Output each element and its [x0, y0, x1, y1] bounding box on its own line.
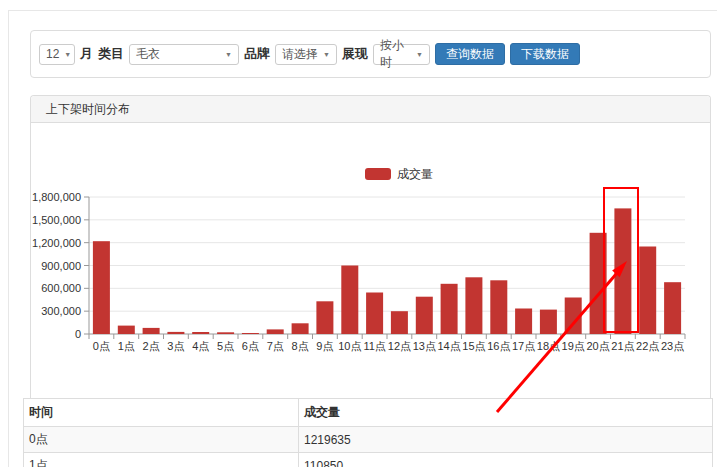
table-row: 0点1219635	[24, 427, 713, 453]
x-axis-label: 19点	[562, 340, 585, 352]
bar-21点[interactable]	[614, 208, 631, 334]
x-axis-label: 5点	[217, 340, 234, 352]
y-axis-label: 600,000	[41, 282, 81, 294]
category-label: 类目	[98, 45, 124, 63]
table-header-time: 时间	[24, 399, 299, 427]
x-axis-label: 12点	[388, 340, 411, 352]
x-axis-label: 6点	[242, 340, 259, 352]
display-mode-select-value: 按小时	[380, 37, 411, 71]
bar-6点[interactable]	[242, 333, 259, 334]
volume-table: 时间 成交量 0点12196351点110850	[23, 398, 713, 467]
bar-23点[interactable]	[664, 282, 681, 334]
month-select[interactable]: 12 ▼	[39, 44, 75, 65]
table-row: 1点110850	[24, 453, 713, 467]
page-left-border	[8, 10, 9, 467]
x-axis-label: 18点	[537, 340, 560, 352]
chevron-down-icon: ▼	[64, 51, 71, 58]
x-axis-label: 10点	[338, 340, 361, 352]
y-axis-label: 300,000	[41, 305, 81, 317]
bar-20点[interactable]	[590, 233, 607, 334]
month-label: 月	[80, 45, 93, 63]
bar-9点[interactable]	[316, 301, 333, 334]
category-select-value: 毛衣	[136, 46, 160, 63]
bar-17点[interactable]	[515, 309, 532, 335]
page-top-border	[8, 10, 717, 11]
x-axis-label: 11点	[363, 340, 385, 352]
bar-3点[interactable]	[167, 332, 184, 334]
x-axis-label: 22点	[636, 340, 659, 352]
brand-select[interactable]: 请选择 ▼	[275, 44, 337, 65]
month-select-value: 12	[46, 47, 59, 61]
display-mode-select[interactable]: 按小时 ▼	[373, 44, 430, 65]
y-axis-label: 0	[75, 328, 81, 340]
x-axis-label: 13点	[413, 340, 436, 352]
bar-11点[interactable]	[366, 293, 383, 335]
bar-13点[interactable]	[416, 297, 433, 334]
table-cell: 110850	[299, 453, 713, 467]
x-axis-label: 17点	[512, 340, 535, 352]
y-axis-label: 900,000	[41, 260, 81, 272]
category-select[interactable]: 毛衣 ▼	[129, 44, 239, 65]
table-header-volume: 成交量	[299, 399, 713, 427]
bar-7点[interactable]	[267, 329, 284, 334]
legend-swatch	[365, 168, 391, 180]
bar-18点[interactable]	[540, 310, 557, 334]
bar-16点[interactable]	[490, 280, 507, 334]
x-axis-label: 4点	[192, 340, 209, 352]
bar-4点[interactable]	[192, 332, 209, 334]
y-axis-label: 1,800,000	[32, 191, 81, 203]
table-cell: 0点	[24, 427, 299, 453]
bar-12点[interactable]	[391, 311, 408, 334]
table-header-row: 时间 成交量	[24, 399, 713, 427]
bar-1点[interactable]	[118, 326, 135, 334]
x-axis-label: 0点	[93, 340, 110, 352]
chevron-down-icon: ▼	[225, 51, 232, 58]
bar-chart[interactable]: 0300,000600,000900,0001,200,0001,500,000…	[31, 122, 710, 399]
table-cell: 1点	[24, 453, 299, 467]
bar-14点[interactable]	[441, 284, 458, 334]
x-axis-label: 21点	[611, 340, 634, 352]
bar-19点[interactable]	[565, 298, 582, 335]
x-axis-label: 14点	[437, 340, 460, 352]
x-axis-label: 1点	[118, 340, 135, 352]
download-data-button[interactable]: 下载数据	[510, 43, 580, 65]
panel-title: 上下架时间分布	[31, 96, 710, 123]
bar-0点[interactable]	[93, 241, 110, 334]
bar-2点[interactable]	[143, 328, 160, 334]
brand-label: 品牌	[244, 45, 270, 63]
brand-select-value: 请选择	[282, 46, 318, 63]
y-axis-label: 1,500,000	[32, 214, 81, 226]
x-axis-label: 20点	[586, 340, 609, 352]
chevron-down-icon: ▼	[416, 51, 423, 58]
table-cell: 1219635	[299, 427, 713, 453]
legend-label: 成交量	[397, 167, 433, 181]
x-axis-label: 23点	[661, 340, 684, 352]
x-axis-label: 8点	[292, 340, 309, 352]
x-axis-label: 7点	[267, 340, 284, 352]
x-axis-label: 2点	[143, 340, 160, 352]
filter-toolbar-panel: 12 ▼ 月 类目 毛衣 ▼ 品牌 请选择 ▼ 展现 按小时 ▼ 查询数据 下载…	[30, 30, 711, 78]
x-axis-label: 9点	[316, 340, 333, 352]
chevron-down-icon: ▼	[323, 51, 330, 58]
legend-item[interactable]: 成交量	[365, 167, 433, 181]
page: { "toolbar": { "month_select": { "value"…	[0, 0, 717, 467]
bar-15点[interactable]	[465, 277, 482, 334]
y-axis-label: 1,200,000	[32, 237, 81, 249]
bar-22点[interactable]	[639, 247, 656, 335]
display-label: 展现	[342, 45, 368, 63]
bar-10点[interactable]	[341, 266, 358, 335]
query-data-button[interactable]: 查询数据	[435, 43, 505, 65]
x-axis-label: 16点	[487, 340, 510, 352]
x-axis-label: 15点	[462, 340, 485, 352]
bar-8点[interactable]	[292, 323, 309, 334]
bar-5点[interactable]	[217, 332, 234, 334]
x-axis-label: 3点	[167, 340, 184, 352]
